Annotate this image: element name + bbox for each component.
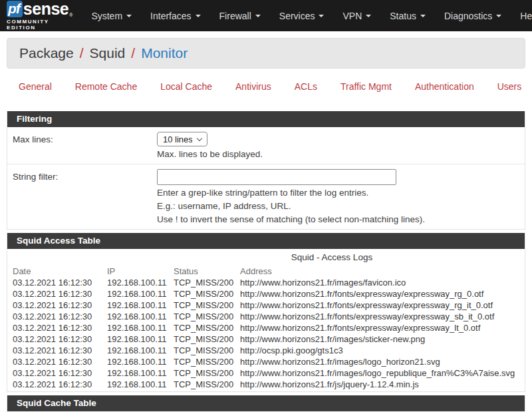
menu-item-label: Interfaces xyxy=(150,11,191,21)
main-menu: System Interfaces Firewall Services VPN xyxy=(82,0,532,31)
cell-status: TCP_MISS/200 xyxy=(174,277,240,288)
tab[interactable]: Antivirus xyxy=(227,79,279,103)
tab-label: ACLs xyxy=(295,81,317,92)
tab-label: Local Cache xyxy=(160,81,212,92)
cell-status: TCP_MISS/200 xyxy=(174,379,240,390)
table-row: 03.12.2021 16:12:30 192.168.100.11 TCP_M… xyxy=(13,333,532,345)
cell-status: TCP_MISS/200 xyxy=(174,333,240,345)
cell-ip: 192.168.100.11 xyxy=(107,379,174,390)
cell-date: 03.12.2021 16:12:30 xyxy=(13,379,107,390)
tab-label: Authentication xyxy=(415,81,474,92)
tab-label: Traffic Mgmt xyxy=(340,81,392,92)
caret-down-icon xyxy=(420,15,426,17)
pfsense-logo[interactable]: pfsense® COMMUNITY EDITION xyxy=(7,1,72,31)
cell-address: http://www.horizons21.fr/js/jquery-1.12.… xyxy=(240,379,532,390)
cell-status: TCP_MISS/200 xyxy=(174,345,240,356)
menu-item[interactable]: System xyxy=(82,0,141,31)
cell-address: http://www.horizons21.fr/fonts/expresswa… xyxy=(240,311,532,322)
tab[interactable]: Users xyxy=(489,79,530,103)
tab[interactable]: Authentication xyxy=(407,79,482,103)
cell-date: 03.12.2021 16:12:30 xyxy=(13,322,107,333)
cell-address: http://www.horizons21.fr/images/sticker-… xyxy=(240,333,532,345)
menu-item[interactable]: Firewall xyxy=(210,0,270,31)
tab[interactable]: General xyxy=(11,79,60,103)
tab[interactable]: ACLs xyxy=(287,79,325,103)
access-logs-table: Date IP Status Address 03.12.2021 16:12:… xyxy=(13,266,532,390)
column-header-date: Date xyxy=(13,266,107,277)
cell-status: TCP_MISS/200 xyxy=(174,322,240,333)
string-filter-input[interactable] xyxy=(157,169,396,185)
breadcrumb-item-monitor[interactable]: Monitor xyxy=(141,45,188,61)
string-filter-help-1: Enter a grep-like string/pattern to filt… xyxy=(157,187,519,198)
table-row: 03.12.2021 16:12:30 192.168.100.11 TCP_M… xyxy=(13,322,532,333)
cell-address: http://www.horizons21.fr/fonts/expresswa… xyxy=(240,322,532,333)
cell-ip: 192.168.100.11 xyxy=(107,277,174,288)
tab[interactable]: Local Cache xyxy=(152,79,220,103)
max-lines-select[interactable]: 10 lines xyxy=(157,132,207,146)
tab-label: Users xyxy=(497,81,522,92)
cell-address: http://www.horizons21.fr/images/favicon.… xyxy=(240,277,532,288)
top-navbar: pfsense® COMMUNITY EDITION System Interf… xyxy=(0,0,532,31)
cell-date: 03.12.2021 16:12:30 xyxy=(13,300,107,311)
menu-item-label: Diagnostics xyxy=(444,11,492,21)
column-header-ip: IP xyxy=(107,266,174,277)
table-row: 03.12.2021 16:12:30 192.168.100.11 TCP_M… xyxy=(13,367,532,379)
cell-ip: 192.168.100.11 xyxy=(107,356,174,367)
caret-down-icon xyxy=(255,15,261,17)
max-lines-label: Max lines: xyxy=(13,132,157,160)
cell-date: 03.12.2021 16:12:30 xyxy=(13,333,107,345)
cell-ip: 192.168.100.11 xyxy=(107,311,174,322)
table-row: 03.12.2021 16:12:30 192.168.100.11 TCP_M… xyxy=(13,345,532,356)
menu-item-label: Help xyxy=(520,11,532,21)
string-filter-label: String filter: xyxy=(13,169,157,225)
table-row: 03.12.2021 16:12:30 192.168.100.11 TCP_M… xyxy=(13,379,532,390)
menu-item-label: Status xyxy=(390,11,416,21)
menu-item-label: System xyxy=(91,11,122,21)
tab[interactable]: Remote Cache xyxy=(67,79,145,103)
column-header-status: Status xyxy=(174,266,240,277)
caret-down-icon xyxy=(319,15,324,17)
cell-ip: 192.168.100.11 xyxy=(107,367,174,379)
breadcrumb-item-package: Package xyxy=(19,45,74,61)
menu-item[interactable]: Status xyxy=(380,0,435,31)
table-header-row: Date IP Status Address xyxy=(13,266,532,277)
cell-date: 03.12.2021 16:12:30 xyxy=(13,356,107,367)
string-filter-row: String filter: Enter a grep-like string/… xyxy=(7,164,525,229)
cell-status: TCP_MISS/200 xyxy=(174,356,240,367)
cell-status: TCP_MISS/200 xyxy=(174,300,240,311)
caret-down-icon xyxy=(126,15,132,17)
pf-logo-box: pf xyxy=(7,1,23,17)
menu-item[interactable]: Services xyxy=(270,0,334,31)
table-row: 03.12.2021 16:12:30 192.168.100.11 TCP_M… xyxy=(13,288,532,300)
caret-down-icon xyxy=(496,15,501,17)
squid-cache-panel: Squid Cache Table Squid - Cache Logs xyxy=(7,395,525,412)
filtering-panel-title: Filtering xyxy=(7,111,525,127)
menu-item[interactable]: Diagnostics xyxy=(435,0,511,31)
max-lines-row: Max lines: 10 lines Max. lines to be dis… xyxy=(7,127,525,164)
menu-item[interactable]: Help xyxy=(511,0,532,31)
menu-item-label: VPN xyxy=(342,11,362,21)
tab-label: Remote Cache xyxy=(75,81,137,92)
table-row: 03.12.2021 16:12:30 192.168.100.11 TCP_M… xyxy=(13,311,532,322)
string-filter-help-3: Use ! to invert the sense of matching (t… xyxy=(157,214,519,225)
tab[interactable]: Traffic Mgmt xyxy=(332,79,400,103)
breadcrumb-separator: / xyxy=(131,45,135,61)
cell-status: TCP_MISS/200 xyxy=(174,288,240,300)
table-row: 03.12.2021 16:12:30 192.168.100.11 TCP_M… xyxy=(13,277,532,288)
breadcrumb-separator: / xyxy=(80,45,84,61)
menu-item-label: Firewall xyxy=(219,11,251,21)
filtering-panel: Filtering Max lines: 10 lines Max. lines… xyxy=(7,111,525,230)
cell-address: http://www.horizons21.fr/images/logo_hor… xyxy=(240,356,532,367)
squid-access-panel-title: Squid Access Table xyxy=(7,233,525,249)
menu-item[interactable]: Interfaces xyxy=(141,0,209,31)
cell-address: http://www.horizons21.fr/fonts/expresswa… xyxy=(240,300,532,311)
registered-mark: ® xyxy=(69,13,72,17)
max-lines-select-wrap: 10 lines xyxy=(157,132,207,146)
access-logs-caption: Squid - Access Logs xyxy=(13,252,532,263)
tab-label: Antivirus xyxy=(235,81,271,92)
cell-address: http://www.horizons21.fr/fonts/expresswa… xyxy=(240,288,532,300)
cell-ip: 192.168.100.11 xyxy=(107,333,174,345)
cell-address: http://www.horizons21.fr/images/logo_rep… xyxy=(240,367,532,379)
menu-item-label: Services xyxy=(279,11,315,21)
menu-item[interactable]: VPN xyxy=(333,0,380,31)
